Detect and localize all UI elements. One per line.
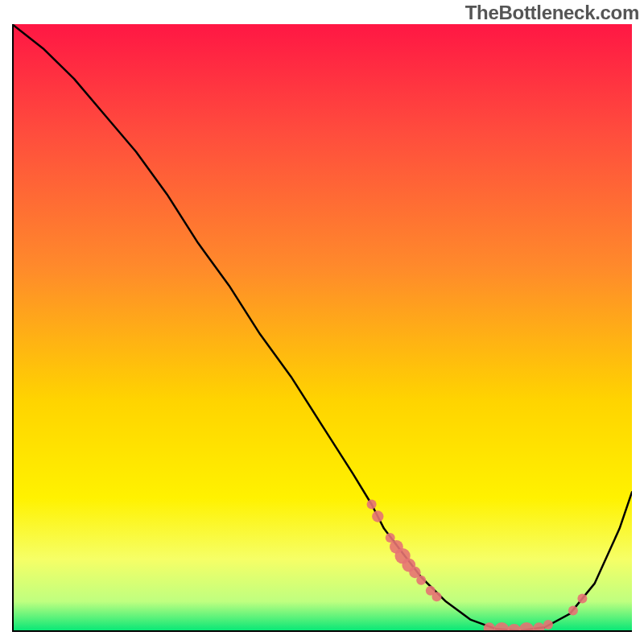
axes-frame bbox=[12, 24, 632, 632]
chart-container: TheBottleneck.com bbox=[0, 0, 644, 644]
watermark-text: TheBottleneck.com bbox=[465, 2, 639, 24]
plot-area bbox=[12, 24, 632, 632]
